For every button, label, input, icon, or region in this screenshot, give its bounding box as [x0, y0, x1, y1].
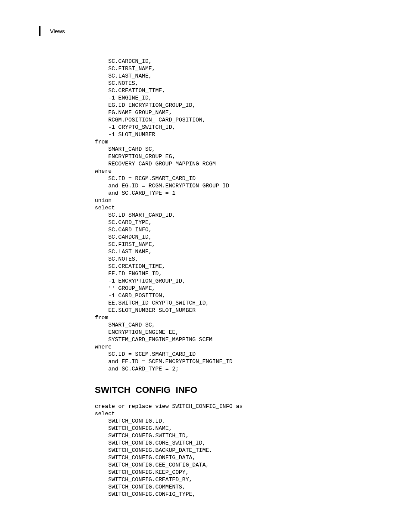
- code-block-2: create or replace view SWITCH_CONFIG_INF…: [95, 403, 372, 498]
- header-section-label: Views: [50, 28, 65, 34]
- code-block-1: SC.CARDCN_ID, SC.FIRST_NAME, SC.LAST_NAM…: [95, 58, 372, 373]
- page-container: Views SC.CARDCN_ID, SC.FIRST_NAME, SC.LA…: [0, 0, 411, 524]
- header-accent-bar: [39, 26, 40, 36]
- section-heading-switch-config-info: SWITCH_CONFIG_INFO: [95, 385, 372, 395]
- page-header: Views: [39, 26, 372, 36]
